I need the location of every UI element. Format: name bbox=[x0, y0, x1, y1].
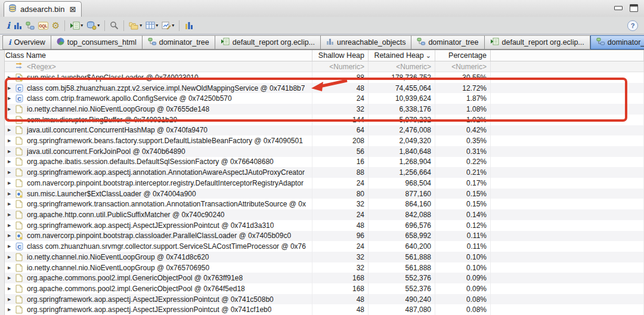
chevron-down-icon[interactable]: ▾ bbox=[97, 23, 100, 28]
expand-arrow-icon[interactable]: ▶ bbox=[8, 181, 16, 186]
tab-default-report-1[interactable]: default_report org.eclip... bbox=[215, 35, 321, 50]
class-name-label: org.springframework.aop.aspectj.AspectJE… bbox=[27, 305, 271, 314]
chevron-down-icon[interactable]: ▾ bbox=[156, 23, 158, 28]
table-row[interactable]: ▶ com.lmax.disruptor.RingBuffer @ 0x7400… bbox=[0, 115, 644, 125]
table-row[interactable]: ▶ java.util.concurrent.ConcurrentHashMap… bbox=[0, 125, 644, 136]
minimize-icon[interactable] bbox=[614, 6, 623, 10]
expand-arrow-icon[interactable]: ▶ bbox=[8, 202, 16, 206]
left-gutter bbox=[0, 50, 5, 315]
percentage-cell: 0.11% bbox=[435, 241, 491, 252]
dominator-tree-icon[interactable] bbox=[24, 18, 36, 33]
heap-dump-gear-icon[interactable]: ▾ bbox=[85, 18, 101, 33]
table-row[interactable]: ▶ sun.misc.Launcher$ExtClassLoader @ 0x7… bbox=[0, 189, 644, 199]
tab-dominator-tree-1[interactable]: dominator_tree bbox=[143, 35, 215, 50]
class-name-cell: ▶ org.springframework.aop.aspectj.Aspect… bbox=[0, 294, 312, 305]
table-row[interactable]: ▶ C class com.bj58.zhuanzhuan.zzpt.v2.se… bbox=[0, 83, 644, 94]
retained-heap-cell: 561,888 bbox=[369, 252, 435, 262]
table-row[interactable]: ▶ io.netty.channel.nio.NioEventLoopGroup… bbox=[0, 104, 644, 115]
editor-tab-adsearch[interactable]: adsearch.bin ⊠ bbox=[4, 1, 82, 17]
expand-arrow-icon[interactable]: ▶ bbox=[8, 265, 16, 270]
chevron-down-icon[interactable]: ▾ bbox=[172, 23, 174, 28]
table-row[interactable]: ▶ org.springframework.aop.aspectj.Aspect… bbox=[0, 220, 644, 231]
retained-heap-cell: 696,576 bbox=[369, 220, 435, 231]
help-icon[interactable]: ? bbox=[627, 20, 638, 31]
table-row[interactable]: ▶ org.apache.ibatis.session.defaults.Def… bbox=[0, 157, 644, 168]
table-row[interactable]: ▶ org.apache.http.conn.util.PublicSuffix… bbox=[0, 209, 644, 220]
table-row[interactable]: ▶ com.navercorp.pinpoint.bootstrap.class… bbox=[0, 231, 644, 242]
expand-arrow-icon[interactable]: ▶ bbox=[8, 192, 16, 196]
class-name-cell: ▶ org.springframework.transaction.annota… bbox=[0, 199, 312, 209]
table-row[interactable]: ▶ java.util.concurrent.ForkJoinPool @ 0x… bbox=[0, 146, 644, 157]
settings-gear-icon[interactable]: ⚙ bbox=[50, 18, 61, 33]
expand-arrow-icon[interactable]: ▶ bbox=[8, 149, 16, 154]
table-row[interactable]: ▶ sun.misc.Launcher$AppClassLoader @ 0x7… bbox=[0, 72, 644, 83]
table-row[interactable]: ▶ org.springframework.aop.aspectj.Aspect… bbox=[0, 294, 644, 305]
group-by-icon[interactable]: ▾ bbox=[127, 18, 144, 33]
expand-arrow-icon[interactable]: ▶ bbox=[8, 297, 16, 302]
expand-arrow-icon[interactable]: ▶ bbox=[8, 75, 16, 80]
tab-dominator-tree-active[interactable]: dominator_tree ⊠ bbox=[590, 35, 644, 50]
table-row[interactable]: ▶ org.springframework.transaction.annota… bbox=[0, 199, 644, 209]
expand-arrow-icon[interactable]: ▶ bbox=[8, 128, 16, 132]
column-header-class-name[interactable]: Class Name bbox=[0, 50, 312, 61]
compare-histogram-icon[interactable] bbox=[182, 18, 195, 33]
column-header-shallow-heap[interactable]: Shallow Heap bbox=[312, 50, 369, 61]
sort-descending-icon: ⌄ bbox=[426, 54, 431, 58]
run-report-icon[interactable]: ▾ bbox=[68, 18, 85, 33]
tab-default-report-2[interactable]: default_report org.eclip... bbox=[485, 35, 590, 50]
maximize-icon[interactable] bbox=[630, 4, 638, 12]
expand-arrow-icon[interactable]: ▶ bbox=[8, 276, 16, 280]
class-name-cell: ▶ org.springframework.aop.aspectj.annota… bbox=[0, 167, 312, 178]
expand-arrow-icon[interactable]: ▶ bbox=[8, 307, 16, 312]
tab-label: default_report org.eclip... bbox=[233, 38, 315, 47]
expand-arrow-icon[interactable]: ▶ bbox=[8, 138, 16, 143]
close-icon[interactable]: ⊠ bbox=[69, 5, 76, 14]
expand-arrow-icon[interactable]: ▶ bbox=[8, 255, 16, 260]
expand-arrow-icon[interactable]: ▶ bbox=[8, 223, 16, 228]
tab-dominator-tree-2[interactable]: dominator_tree bbox=[411, 35, 484, 50]
table-row[interactable]: ▶ org.springframework.beans.factory.supp… bbox=[0, 135, 644, 146]
tab-overview[interactable]: i Overview bbox=[2, 35, 51, 50]
class-name-cell: ▶ io.netty.channel.nio.NioEventLoopGroup… bbox=[0, 104, 312, 115]
shallow-heap-cell: 32 bbox=[312, 262, 369, 273]
chevron-down-icon[interactable]: ▾ bbox=[140, 23, 142, 28]
expand-arrow-icon[interactable]: ▶ bbox=[8, 286, 16, 291]
table-row[interactable]: ▶ org.apache.commons.pool2.impl.GenericO… bbox=[0, 273, 644, 283]
export-chart-icon[interactable]: ▾ bbox=[160, 18, 176, 33]
numeric-filter-field[interactable]: <Numeric> bbox=[312, 61, 369, 72]
table-row[interactable]: ▶ org.apache.commons.pool2.impl.GenericO… bbox=[0, 283, 644, 294]
expand-arrow-icon[interactable]: ▶ bbox=[8, 170, 16, 175]
class-name-cell: ▶ java.util.concurrent.ForkJoinPool @ 0x… bbox=[0, 146, 312, 157]
expand-arrow-icon[interactable]: ▶ bbox=[8, 244, 16, 249]
chevron-down-icon[interactable]: ▾ bbox=[80, 23, 83, 28]
expand-arrow-icon[interactable]: ▶ bbox=[8, 96, 16, 101]
info-icon[interactable]: i bbox=[5, 18, 12, 33]
column-header-percentage[interactable]: Percentage bbox=[435, 50, 491, 61]
tab-unreachable-objects[interactable]: unreachable_objects bbox=[321, 35, 411, 50]
expand-arrow-icon[interactable]: ▶ bbox=[8, 233, 16, 238]
table-row[interactable]: ▶ C class com.zhuanzhuan.srvmgr.collecto… bbox=[0, 241, 644, 252]
table-row[interactable]: ▶ C class com.ctrip.framework.apollo.Con… bbox=[0, 93, 644, 104]
table-row[interactable]: ▶ org.springframework.aop.aspectj.Aspect… bbox=[0, 304, 644, 315]
expand-arrow-icon[interactable]: ▶ bbox=[8, 118, 16, 122]
retained-heap-cell: 74,455,064 bbox=[369, 83, 435, 94]
expand-arrow-icon[interactable]: ▶ bbox=[8, 107, 16, 112]
column-header-retained-heap[interactable]: Retained Heap ⌄ bbox=[369, 50, 435, 61]
table-row[interactable]: ▶ com.navercorp.pinpoint.bootstrap.inter… bbox=[0, 178, 644, 189]
numeric-filter-field[interactable]: <Numeric> bbox=[369, 61, 435, 72]
retained-heap-cell: 561,888 bbox=[369, 262, 435, 273]
histogram-icon[interactable] bbox=[12, 18, 24, 33]
svg-text:C: C bbox=[17, 244, 21, 250]
oql-icon[interactable]: OQL bbox=[36, 18, 50, 33]
numeric-filter-field[interactable]: <Numeric> bbox=[435, 61, 491, 72]
table-row[interactable]: ▶ io.netty.channel.nio.NioEventLoopGroup… bbox=[0, 262, 644, 273]
expand-arrow-icon[interactable]: ▶ bbox=[8, 159, 16, 164]
tab-top-consumers[interactable]: top_consumers_html bbox=[51, 35, 143, 50]
calculator-table-icon[interactable]: ▾ bbox=[144, 18, 160, 33]
regex-filter-field[interactable]: <Regex> bbox=[0, 61, 312, 72]
table-row[interactable]: ▶ org.springframework.aop.aspectj.annota… bbox=[0, 167, 644, 178]
expand-arrow-icon[interactable]: ▶ bbox=[8, 212, 16, 217]
table-row[interactable]: ▶ io.netty.channel.nio.NioEventLoopGroup… bbox=[0, 252, 644, 262]
search-icon[interactable] bbox=[108, 18, 120, 33]
expand-arrow-icon[interactable]: ▶ bbox=[8, 86, 16, 91]
